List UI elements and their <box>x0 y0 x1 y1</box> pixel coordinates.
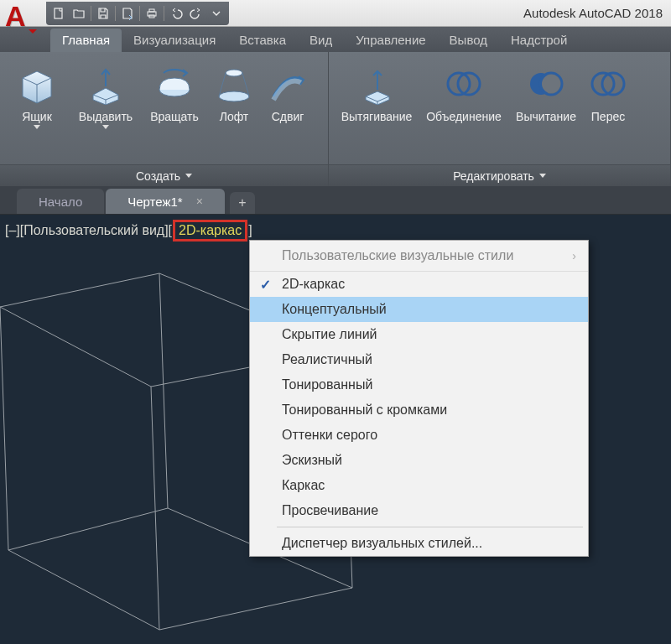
print-icon[interactable] <box>143 4 161 23</box>
menu-item-manager[interactable]: Диспетчер визуальных стилей... <box>250 531 588 556</box>
menu-item-shaded[interactable]: Тонированный <box>250 372 588 397</box>
menu-item-hidden[interactable]: Скрытие линий <box>250 322 588 347</box>
intersect-icon <box>586 62 630 106</box>
svg-point-11 <box>542 75 560 93</box>
doc-tab-drawing[interactable]: Чертеж1* × <box>106 189 225 214</box>
presspull-icon <box>355 62 398 106</box>
ribbon-tab-addins[interactable]: Надстрой <box>499 29 579 52</box>
subtract-icon <box>524 62 568 106</box>
tool-presspull[interactable]: Вытягивание <box>336 59 418 164</box>
ribbon-tabs: Главная Визуализация Вставка Вид Управле… <box>0 27 671 52</box>
qat-dropdown-icon[interactable] <box>207 4 226 23</box>
chevron-down-icon <box>34 125 40 129</box>
menu-item-2d-wireframe[interactable]: 2D-каркас <box>250 272 588 297</box>
viewport-controls: [–] [Пользовательский вид] [ 2D-каркас ] <box>5 220 252 242</box>
undo-icon[interactable] <box>167 4 185 23</box>
chevron-down-icon <box>185 174 192 178</box>
menu-separator <box>277 527 583 527</box>
viewport-style-label[interactable]: 2D-каркас <box>173 220 247 242</box>
tool-label: Сдвиг <box>272 111 304 123</box>
separator <box>164 6 164 21</box>
ribbon-tab-manage[interactable]: Управление <box>344 29 437 52</box>
ribbon-tab-view[interactable]: Вид <box>298 29 344 52</box>
tab-label: Чертеж1* <box>127 195 182 209</box>
tool-label: Объединение <box>426 111 502 123</box>
menu-item-wireframe[interactable]: Каркас <box>250 473 588 498</box>
menu-item-grayscale[interactable]: Оттенки серого <box>250 423 588 448</box>
chevron-down-icon <box>102 125 109 129</box>
menu-item-conceptual[interactable]: Концептуальный <box>250 297 588 322</box>
tool-box[interactable]: Ящик <box>7 59 67 164</box>
close-icon[interactable]: × <box>196 195 203 208</box>
separator <box>115 6 116 21</box>
tool-intersect[interactable]: Перес <box>587 59 629 164</box>
new-icon[interactable] <box>49 4 68 23</box>
bracket-close: ] <box>248 223 252 238</box>
new-tab-button[interactable]: + <box>230 192 255 214</box>
separator <box>139 6 140 21</box>
redo-icon[interactable] <box>187 4 205 23</box>
union-icon <box>442 62 486 106</box>
svg-line-14 <box>0 273 159 307</box>
doc-tab-start[interactable]: Начало <box>17 189 104 214</box>
box-icon <box>15 62 59 106</box>
svg-line-19 <box>159 273 168 508</box>
menu-item-xray[interactable]: Просвечивание <box>250 498 588 523</box>
app-title: Autodesk AutoCAD 2018 <box>523 6 671 20</box>
chevron-down-icon <box>539 174 546 178</box>
tool-extrude[interactable]: Выдавить <box>72 59 139 164</box>
viewport-view-label[interactable]: [Пользовательский вид] <box>20 223 169 238</box>
document-tabs: Начало Чертеж1* × + <box>0 186 671 215</box>
tool-label: Ящик <box>22 111 52 123</box>
saveas-icon[interactable] <box>118 4 137 23</box>
panel-create-title[interactable]: Создать <box>0 164 328 186</box>
svg-line-18 <box>0 307 8 550</box>
menu-item-realistic[interactable]: Реалистичный <box>250 347 588 372</box>
revolve-icon <box>153 62 196 106</box>
svg-rect-2 <box>149 9 154 12</box>
open-icon[interactable] <box>70 4 88 23</box>
tool-label: Лофт <box>220 111 249 123</box>
bracket-open: [ <box>169 223 172 238</box>
tool-subtract[interactable]: Вычитание <box>510 59 582 164</box>
panel-create: Ящик Выдавить Вращать <box>0 52 329 186</box>
svg-line-25 <box>159 588 352 630</box>
svg-point-5 <box>226 70 242 76</box>
svg-rect-0 <box>55 8 62 18</box>
ribbon-tab-output[interactable]: Вывод <box>438 29 499 52</box>
tool-label: Вращать <box>150 111 199 123</box>
ribbon: Ящик Выдавить Вращать <box>0 52 671 186</box>
tool-sweep[interactable]: Сдвиг <box>263 59 312 164</box>
tool-union[interactable]: Объединение <box>423 59 505 164</box>
app-logo[interactable]: A <box>0 0 40 39</box>
svg-point-6 <box>219 91 249 101</box>
title-bar: A Autodesk AutoCAD 2018 <box>0 0 671 27</box>
svg-line-16 <box>0 307 151 387</box>
tool-loft[interactable]: Лофт <box>210 59 258 164</box>
ribbon-tab-visual[interactable]: Визуализация <box>122 29 227 52</box>
tool-revolve[interactable]: Вращать <box>144 59 205 164</box>
loft-icon <box>212 62 256 106</box>
ribbon-tab-insert[interactable]: Вставка <box>227 29 298 52</box>
panel-title-label: Редактировать <box>453 169 534 183</box>
chevron-right-icon: › <box>572 249 576 262</box>
separator <box>91 6 91 21</box>
panel-edit: Вытягивание Объединение Вычитание Перес <box>329 52 671 186</box>
extrude-icon <box>84 62 127 106</box>
tab-label: Начало <box>39 195 82 209</box>
menu-item-sketchy[interactable]: Эскизный <box>250 448 588 473</box>
tool-label: Вытягивание <box>341 111 413 123</box>
viewport[interactable]: [–] [Пользовательский вид] [ 2D-каркас ]… <box>0 215 671 644</box>
tool-label: Выдавить <box>79 111 133 123</box>
save-icon[interactable] <box>94 4 112 23</box>
svg-line-24 <box>8 550 159 630</box>
tool-label: Вычитание <box>516 111 576 123</box>
sweep-icon <box>266 62 309 106</box>
ribbon-tab-main[interactable]: Главная <box>50 29 122 52</box>
viewport-toggle[interactable]: [–] <box>5 223 20 238</box>
menu-item-shaded-edges[interactable]: Тонированный с кромками <box>250 397 588 423</box>
tool-label: Перес <box>591 111 625 123</box>
panel-edit-title[interactable]: Редактировать <box>329 164 670 186</box>
panel-title-label: Создать <box>136 169 180 183</box>
menu-header[interactable]: Пользовательские визуальные стили › <box>250 241 588 272</box>
